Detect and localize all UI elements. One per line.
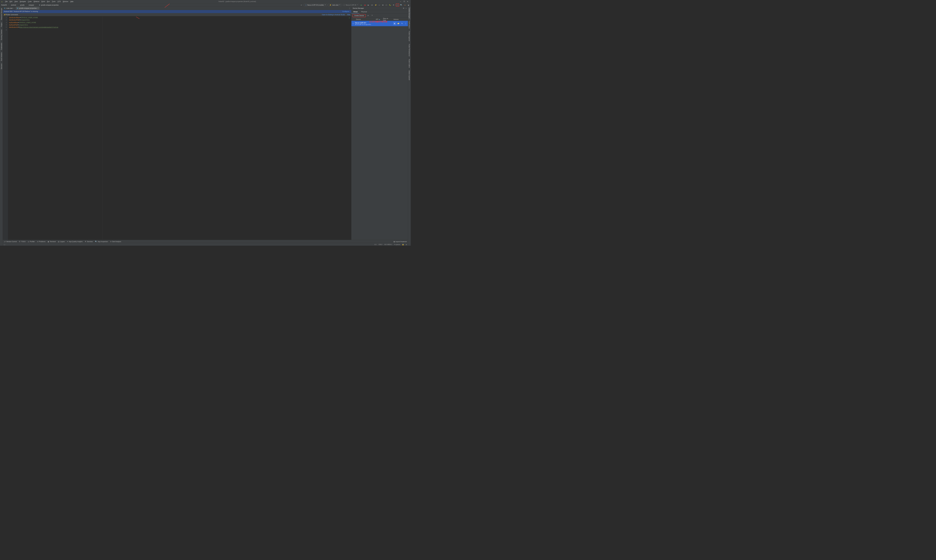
sort-asc-icon: ▲ [379,18,380,20]
menu-file[interactable]: File [4,1,9,2]
git-icon[interactable]: ⏷ [392,3,395,6]
menu-tools[interactable]: Tools [51,1,57,2]
tool-project[interactable]: Project [0,22,2,28]
gear-icon[interactable]: ⚙ [403,7,404,9]
bottom-terminal[interactable]: ▣Terminal [48,241,56,242]
tool-device-manager[interactable]: Device Manager [409,7,410,20]
flutter-attach-icon[interactable]: ▢ [385,3,388,6]
menu-run[interactable]: Run [46,1,51,2]
tool-notifications[interactable]: Notifications [409,20,410,30]
account-icon[interactable]: ◉ [407,3,410,6]
target-device-selector[interactable]: ▢ Nexus 6 API 34 ▼ [342,4,359,6]
editor-tab[interactable]: ⚙main.dart× [3,7,16,10]
configure-link[interactable]: Configure... [342,11,350,12]
menu-build[interactable]: Build [40,1,46,2]
device-table-header: Device API ▲ Size on Disk Actions [352,18,408,21]
device-manager-tabs: VirtualPhysical [352,10,408,14]
caret-position[interactable]: 6:1 [375,244,376,245]
device-manager-header: Device Manager ⚙ ─ [352,7,408,10]
layout-inspector-button[interactable]: ▦Layout Inspector [393,241,407,242]
tool-window-icon[interactable]: ▢ [4,244,5,245]
code-editor[interactable]: 123456 distributionBase=GRADLE_USER_HOME… [3,16,352,240]
edit-icon[interactable]: ✎ [401,22,404,25]
readonly-icon[interactable]: 🔒 [402,244,404,245]
tool-device-explorer[interactable]: Device Explorer [409,69,410,82]
run-config-selector[interactable]: ⚡ main.dart ▼ [328,4,342,6]
menu-navigate[interactable]: Navigate [19,1,27,2]
debug-button[interactable]: 🐞 [363,3,366,6]
search-icon[interactable]: 🔍 [400,3,403,6]
device-tab-virtual[interactable]: Virtual [352,10,359,14]
maximize-icon[interactable]: ❐ [404,1,405,2]
refresh-icon[interactable]: ⟳ [367,14,370,17]
col-device[interactable]: Device [356,18,361,20]
open-folder-icon[interactable]: 📁 [397,22,400,25]
more-icon[interactable]: ⋮ [404,22,407,25]
menu-edit[interactable]: Edit [9,1,14,2]
tab-options-icon[interactable]: ⋮ [348,7,351,9]
hot-reload-button[interactable]: ⚡ [374,3,377,6]
breadcrumb-item[interactable]: flutter02 [1,4,8,6]
indent-info[interactable]: 4 spaces [394,244,400,245]
tool-structure[interactable]: Structure [0,62,2,71]
run-button[interactable]: ▶ [360,3,363,6]
create-device-button[interactable]: Create Device [353,14,366,17]
close-tab-icon[interactable]: × [37,7,39,9]
help-icon[interactable]: ? [371,14,374,17]
attach-button[interactable]: ⇣ [378,3,381,6]
editor-tab[interactable]: ⚙gradle-wrapper.properties× [16,7,40,10]
bottom-problems[interactable]: ⊘Problems [37,241,46,242]
device-tab-physical[interactable]: Physical [359,10,369,14]
tool-resource-manager[interactable]: Resource Manager [0,7,2,22]
col-api[interactable]: API [376,18,378,20]
bottom-version-control[interactable]: ⎇Version Control [4,241,17,242]
tool-running-devices[interactable]: Running Devices [0,28,2,41]
hide-link[interactable]: Hide [347,14,350,15]
bottom-profiler[interactable]: ◷Profiler [28,241,34,242]
breadcrumb-item[interactable]: android [11,4,17,6]
menu-code[interactable]: Code [27,1,33,2]
breadcrumb-item[interactable]: wrapper [28,4,35,6]
minimize-icon[interactable]: ─ [400,1,401,2]
debugger-icon[interactable]: 🐛 [389,3,392,6]
menu-help[interactable]: Help [69,1,75,2]
line-separator[interactable]: CRLF [378,244,382,245]
coverage-button[interactable]: ▶ [367,3,370,6]
breadcrumb-item[interactable]: ⚙ gradle-wrapper.properties [38,4,59,6]
minimize-panel-icon[interactable]: ─ [406,7,407,9]
menu-refactor[interactable]: Refactor [32,1,40,2]
col-actions[interactable]: Actions [392,18,408,21]
bottom-dart-analysis[interactable]: ➤Dart Analysis [110,241,121,242]
bottom-logcat[interactable]: ▤Logcat [58,241,65,242]
open-in-as-link[interactable]: Open for Editing in Android Studio [322,14,345,15]
menu-window[interactable]: Window [62,1,69,2]
stop-button[interactable]: ■ [382,3,384,6]
bottom-services[interactable]: ⚗Services [85,241,93,242]
tool-flutter-inspector[interactable]: Flutter Inspector [409,30,410,43]
updates-icon[interactable]: ● [404,3,406,6]
tool-flutter-performance[interactable]: Flutter Performance [409,42,410,57]
profile-button[interactable]: ◔ [371,3,374,6]
menu-vcs[interactable]: VCS [57,1,62,2]
close-tab-icon[interactable]: × [14,8,14,9]
bottom-app-quality-insights[interactable]: ✦App Quality Insights [67,241,83,242]
device-manager-title: Device Manager [353,7,364,9]
tool-flutter-outline[interactable]: Flutter Outline [409,58,410,69]
tool-bookmarks[interactable]: Bookmarks [0,42,2,51]
menu-view[interactable]: View [14,1,19,2]
close-icon[interactable]: ✕ [407,1,408,2]
back-icon[interactable]: ↩ [300,3,303,6]
device-selector[interactable]: ▢ Nexus 6 API 34 (mobile) ▼ [304,4,327,6]
bottom-app-inspection[interactable]: 🔍App Inspection [95,241,108,242]
breadcrumb[interactable]: flutter02〉android〉gradle〉wrapper〉⚙ gradl… [1,4,59,6]
file-encoding[interactable]: ISO-8859-1 [384,244,392,245]
bottom-todo[interactable]: ☑TODO [19,241,25,242]
device-row[interactable]: ▢ Nexus 6 API 34 • Android API 34 Google… [352,21,408,26]
col-size[interactable]: Size on Disk [382,18,392,21]
inspection-ok-icon[interactable]: ✔ [349,17,350,19]
inspector-icon[interactable]: ◈ [406,244,407,245]
launch-emulator-button[interactable]: ▶ [393,22,396,25]
device-manager-button[interactable]: ▢ [396,3,399,6]
breadcrumb-item[interactable]: gradle [20,4,25,6]
tool-build-variants[interactable]: Build Variants [0,51,2,62]
